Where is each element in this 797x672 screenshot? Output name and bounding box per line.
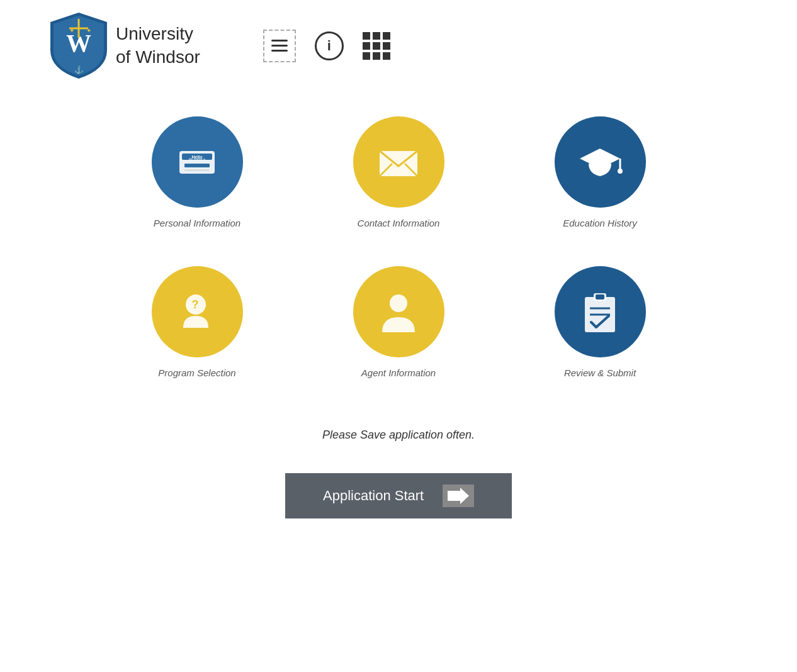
svg-text:✦: ✦ — [86, 27, 91, 34]
svg-rect-11 — [184, 169, 210, 171]
svg-rect-10 — [184, 164, 210, 167]
arrow-right-icon — [443, 484, 474, 507]
education-history-item[interactable]: Education History — [531, 116, 669, 228]
grid-icon — [373, 42, 380, 50]
review-submit-icon — [555, 266, 646, 357]
application-start-label: Application Start — [323, 488, 424, 504]
grid-icon — [373, 52, 380, 60]
personal-information-icon: Hello My Name is — [152, 116, 243, 208]
education-history-icon — [555, 116, 646, 208]
contact-information-icon — [353, 116, 444, 208]
university-name: University of Windsor — [116, 23, 200, 69]
agent-information-icon — [353, 266, 444, 357]
education-history-label: Education History — [563, 218, 637, 228]
contact-information-label: Contact Information — [358, 218, 440, 228]
grid-button[interactable] — [363, 32, 390, 60]
sections-grid: Hello My Name is Personal Information — [128, 116, 669, 378]
program-selection-icon: ? — [152, 266, 243, 357]
info-icon: i — [327, 38, 331, 54]
svg-point-21 — [390, 294, 407, 312]
svg-rect-24 — [596, 294, 604, 300]
header-icons: i — [263, 30, 390, 62]
save-reminder-text: Please Save application often. — [322, 428, 475, 442]
hamburger-icon — [271, 40, 288, 52]
personal-information-label: Personal Information — [154, 218, 240, 228]
svg-point-17 — [618, 169, 623, 174]
svg-text:✦: ✦ — [69, 27, 74, 34]
application-start-button[interactable]: Application Start — [285, 473, 512, 518]
program-selection-label: Program Selection — [158, 367, 235, 378]
agent-information-label: Agent Information — [361, 367, 436, 378]
review-submit-item[interactable]: Review & Submit — [531, 266, 669, 378]
program-selection-item[interactable]: ? Program Selection — [128, 266, 266, 378]
svg-marker-27 — [448, 488, 469, 504]
svg-text:My Name is: My Name is — [189, 157, 206, 161]
logo-area: W ✦ ✦ ⚓ University of Windsor — [50, 13, 200, 79]
grid-icon — [383, 32, 390, 40]
grid-icon — [373, 32, 380, 40]
grid-icon — [363, 32, 370, 40]
grid-icon — [383, 52, 390, 60]
header: W ✦ ✦ ⚓ University of Windsor — [0, 0, 797, 91]
menu-button[interactable] — [263, 30, 296, 62]
svg-text:⚓: ⚓ — [74, 65, 84, 74]
review-submit-label: Review & Submit — [564, 367, 636, 378]
contact-information-item[interactable]: Contact Information — [329, 116, 468, 228]
grid-icon — [363, 42, 370, 50]
personal-information-item[interactable]: Hello My Name is Personal Information — [128, 116, 266, 228]
svg-text:?: ? — [192, 298, 199, 311]
grid-icon — [363, 52, 370, 60]
main-content: Hello My Name is Personal Information — [0, 91, 797, 544]
grid-icon — [383, 42, 390, 50]
agent-information-item[interactable]: Agent Information — [329, 266, 468, 378]
university-shield-icon: W ✦ ✦ ⚓ — [50, 13, 107, 79]
info-button[interactable]: i — [315, 31, 344, 60]
